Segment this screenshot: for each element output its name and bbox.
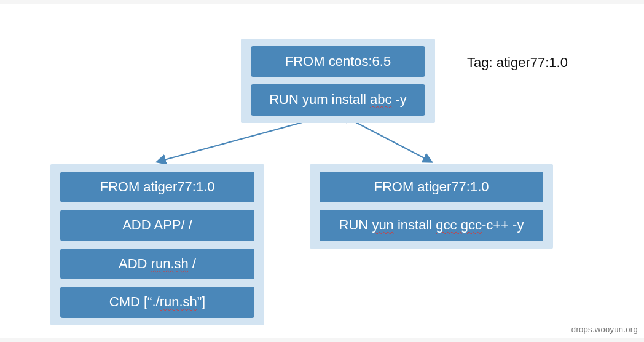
line-text-mid: install [394,217,436,233]
squiggly-text: run.sh [160,294,197,309]
tag-label: Tag: atiger77:1.0 [467,55,568,71]
line-text-post: -y [391,92,406,107]
line-text-pre: ADD [119,256,151,271]
line-text: FROM centos:6.5 [285,54,391,69]
dockerfile-line: RUN yun install gcc gcc-c++ -y [320,210,543,241]
dockerfile-panel-top: FROM centos:6.5 RUN yum install abc -y [241,39,435,123]
line-text: FROM atiger77:1.0 [100,179,214,194]
watermark: drops.wooyun.org [571,325,638,334]
line-text-pre: CMD [“./ [109,294,160,309]
dockerfile-line: ADD run.sh / [60,249,254,279]
line-text: FROM atiger77:1.0 [374,179,489,194]
line-text-pre: RUN yum install [269,92,370,107]
dockerfile-line: RUN yum install abc -y [251,84,425,115]
line-text: ADD APP/ / [122,217,192,233]
dockerfile-line: ADD APP/ / [60,210,254,241]
squiggly-text: run.sh [151,256,189,271]
dockerfile-line: FROM centos:6.5 [251,46,425,77]
dockerfile-line: CMD [“./run.sh”] [60,287,254,317]
dockerfile-panel-right: FROM atiger77:1.0 RUN yun install gcc gc… [310,164,553,249]
line-text-post: / [189,256,196,271]
diagram-canvas: Tag: atiger77:1.0 FROM centos:6.5 RUN yu… [0,4,644,338]
dockerfile-panel-left: FROM atiger77:1.0 ADD APP/ / ADD run.sh … [50,164,264,325]
squiggly-text: abc [370,92,391,107]
squiggly-text: yun [372,217,393,233]
line-text-post: ”] [197,294,205,309]
squiggly-text: gcc gcc [436,217,482,233]
line-text-post: -c++ -y [482,217,524,233]
line-text-pre: RUN [339,217,372,233]
dockerfile-line: FROM atiger77:1.0 [60,172,254,202]
dockerfile-line: FROM atiger77:1.0 [320,172,543,202]
